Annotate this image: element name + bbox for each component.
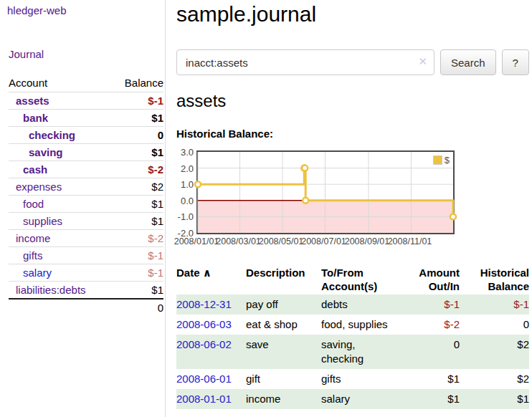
account-balance: $1 <box>86 196 163 213</box>
balance-column-header: Balance <box>86 75 163 92</box>
transaction-balance: $-1 <box>460 294 529 315</box>
account-column-header: Account <box>9 75 86 92</box>
account-row: bank$1 <box>9 110 163 127</box>
account-link[interactable]: gifts <box>23 249 43 262</box>
account-link[interactable]: supplies <box>23 215 62 227</box>
x-axis-tick-label: 2008/05/01 <box>259 236 304 246</box>
main-content: sample.journal ✕ Search ? assets Histori… <box>166 0 531 417</box>
description-column-header: Description <box>246 266 321 294</box>
search-input-wrap: ✕ <box>176 49 434 75</box>
transaction-balance: $2 <box>460 335 529 369</box>
account-balance: $-1 <box>86 264 163 282</box>
account-row: checking0 <box>9 127 163 144</box>
transaction-date-link[interactable]: 2008-01-01 <box>176 393 232 405</box>
register-row: 2008-06-02savesaving, checking0$2 <box>176 335 529 369</box>
sort-ascending-icon: ∧ <box>203 267 212 279</box>
transaction-amount: $1 <box>393 369 460 389</box>
account-row: food$1 <box>9 196 163 213</box>
account-balance: $-1 <box>86 247 163 264</box>
transaction-amount: 0 <box>393 335 460 369</box>
chart-title: Historical Balance: <box>176 128 531 140</box>
transaction-date-link[interactable]: 2008-12-31 <box>176 298 232 310</box>
sidebar: hledger-web Journal Account Balance asse… <box>0 0 166 417</box>
x-axis-tick-label: 2008/09/01 <box>345 236 390 246</box>
legend-label: $ <box>445 155 450 166</box>
account-balance: $1 <box>86 213 163 230</box>
chart-x-axis: 2008/01/012008/03/012008/05/012008/07/01… <box>196 236 452 249</box>
clear-search-icon[interactable]: ✕ <box>418 55 427 68</box>
account-link[interactable]: salary <box>23 267 52 279</box>
accounts-header-row: Account Balance <box>9 75 163 92</box>
transaction-accounts: debts <box>321 294 393 315</box>
account-link[interactable]: cash <box>23 163 47 176</box>
account-row: liabilities:debts$1 <box>9 282 163 299</box>
chart-canvas <box>198 152 453 233</box>
data-point-marker[interactable] <box>302 166 308 171</box>
transaction-date-link[interactable]: 2008-06-02 <box>176 338 232 350</box>
data-point-marker[interactable] <box>195 181 201 187</box>
account-balance: $1 <box>86 144 163 161</box>
transaction-description: gift <box>246 369 321 389</box>
transaction-description: income <box>246 389 321 409</box>
y-axis-tick-label: 1.0 <box>175 180 194 190</box>
account-link[interactable]: food <box>23 198 44 210</box>
x-axis-tick-label: 2008/07/01 <box>301 236 346 246</box>
data-point-marker[interactable] <box>450 214 456 219</box>
balance-chart: $ 3.02.01.00.0-1.0-2.0 2008/01/012008/03… <box>176 150 478 249</box>
account-row: income$-2 <box>9 230 163 247</box>
register-table: Date ∧ Description To/From Account(s) Am… <box>176 266 529 409</box>
y-axis-tick-label: -1.0 <box>175 212 194 222</box>
x-axis-tick-label: 2008/01/01 <box>174 236 219 246</box>
page: hledger-web Journal Account Balance asse… <box>0 0 532 417</box>
x-axis-tick-label: 2008/03/01 <box>216 236 261 246</box>
search-input[interactable] <box>176 49 434 75</box>
account-balance: $-1 <box>86 92 163 110</box>
account-link[interactable]: assets <box>16 95 49 107</box>
search-button[interactable]: Search <box>440 49 496 75</box>
account-link[interactable]: income <box>16 232 50 244</box>
transaction-date-link[interactable]: 2008-06-01 <box>176 373 232 385</box>
account-row: salary$-1 <box>9 264 163 282</box>
transaction-accounts: salary <box>321 389 393 409</box>
transaction-accounts: food, supplies <box>321 315 393 335</box>
transaction-accounts: saving, checking <box>321 335 393 369</box>
transaction-date-link[interactable]: 2008-06-03 <box>176 318 232 330</box>
transaction-balance: $2 <box>460 369 529 389</box>
date-column-header[interactable]: Date ∧ <box>176 266 246 294</box>
transaction-balance: 0 <box>460 315 529 335</box>
transaction-amount: $1 <box>393 389 460 409</box>
account-link[interactable]: saving <box>29 146 63 158</box>
account-link[interactable]: expenses <box>16 181 62 193</box>
x-axis-tick-label: 2008/11/01 <box>388 236 432 246</box>
accounts-column-header: To/From Account(s) <box>321 266 393 294</box>
account-row: supplies$1 <box>9 213 163 230</box>
transaction-description: eat & shop <box>246 315 321 335</box>
account-balance: $2 <box>86 178 163 196</box>
account-row: cash$-2 <box>9 161 163 178</box>
register-row: 2008-12-31pay offdebts$-1$-1 <box>176 294 529 315</box>
amount-column-header: Amount Out/In <box>393 266 460 294</box>
accounts-total-value: 0 <box>86 299 163 316</box>
accounts-table: Account Balance assets$-1bank$1checking0… <box>9 75 163 316</box>
register-header-row: Date ∧ Description To/From Account(s) Am… <box>176 266 529 294</box>
account-row: saving$1 <box>9 144 163 161</box>
account-balance: $-2 <box>86 161 163 178</box>
register-row: 2008-01-01incomesalary$1$1 <box>176 389 529 409</box>
account-link[interactable]: checking <box>29 129 75 141</box>
app-title-link[interactable]: hledger-web <box>7 4 67 16</box>
transaction-amount: $-2 <box>393 315 460 335</box>
transaction-amount: $-1 <box>393 294 460 315</box>
journal-link[interactable]: Journal <box>9 48 44 60</box>
help-button[interactable]: ? <box>502 49 529 75</box>
accounts-total-row: 0 <box>9 299 163 316</box>
account-link[interactable]: bank <box>23 112 48 124</box>
search-form: ✕ Search ? <box>176 49 531 75</box>
data-point-marker[interactable] <box>303 198 308 203</box>
chart-plot-area[interactable]: $ <box>196 150 455 234</box>
page-title: sample.journal <box>176 1 531 27</box>
chart-legend: $ <box>432 154 451 166</box>
y-axis-tick-label: 2.0 <box>175 164 194 174</box>
transaction-accounts: gifts <box>321 369 393 389</box>
transaction-description: pay off <box>246 294 321 315</box>
account-link[interactable]: liabilities:debts <box>16 284 86 296</box>
